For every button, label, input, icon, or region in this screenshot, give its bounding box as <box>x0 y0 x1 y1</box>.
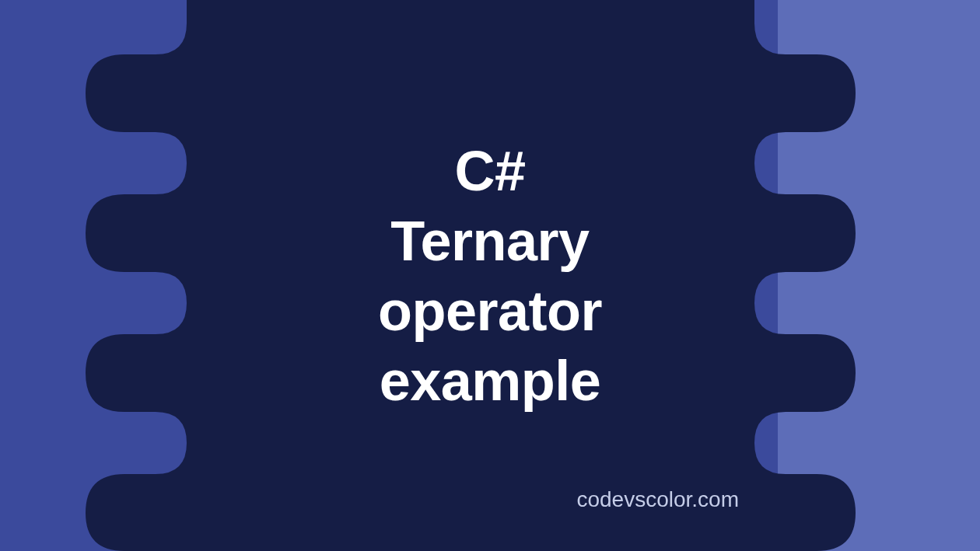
title-line-3: operator <box>378 276 602 346</box>
title-container: C# Ternary operator example <box>378 136 602 416</box>
title-line-4: example <box>378 346 602 416</box>
title-line-1: C# <box>378 136 602 206</box>
title-line-2: Ternary <box>378 206 602 276</box>
watermark: codevscolor.com <box>576 487 739 512</box>
